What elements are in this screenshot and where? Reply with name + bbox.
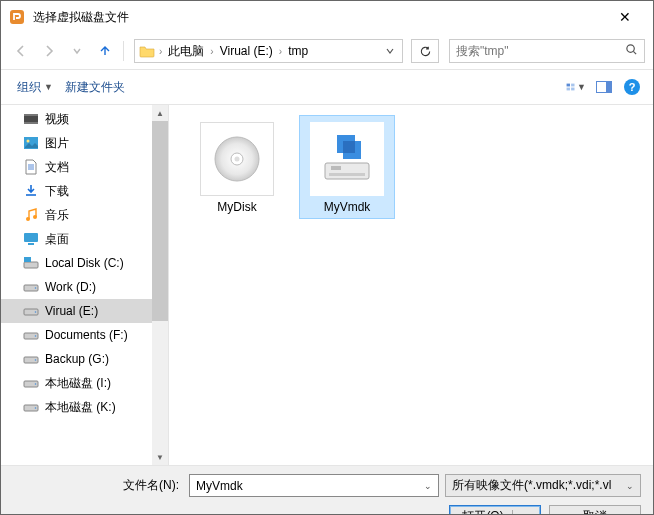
bottom-panel: 文件名(N): MyVmdk ⌄ 所有映像文件(*.vmdk;*.vdi;*.v…	[1, 465, 653, 515]
back-button[interactable]	[9, 39, 33, 63]
disk-icon	[23, 279, 39, 295]
svg-rect-16	[28, 243, 34, 245]
tree-item-label: 桌面	[45, 231, 69, 248]
tree-item-label: 音乐	[45, 207, 69, 224]
tree-item[interactable]: 图片	[1, 131, 168, 155]
music-icon	[23, 207, 39, 223]
file-item[interactable]: MyVmdk	[299, 115, 395, 219]
organize-button[interactable]: 组织 ▼	[11, 75, 59, 100]
document-icon	[23, 159, 39, 175]
download-icon	[23, 183, 39, 199]
svg-rect-3	[571, 84, 574, 87]
breadcrumb-segment[interactable]: 此电脑	[164, 43, 208, 60]
tree-item-label: 下载	[45, 183, 69, 200]
tree-item[interactable]: Virual (E:)	[1, 299, 168, 323]
chevron-right-icon[interactable]: ›	[277, 46, 284, 57]
filter-text: 所有映像文件(*.vmdk;*.vdi;*.vl	[452, 477, 611, 494]
scroll-down-button[interactable]: ▼	[152, 449, 168, 465]
filetype-filter[interactable]: 所有映像文件(*.vmdk;*.vdi;*.vl ⌄	[445, 474, 641, 497]
tree-item[interactable]: 本地磁盘 (I:)	[1, 371, 168, 395]
dialog-title: 选择虚拟磁盘文件	[33, 9, 605, 26]
filename-label: 文件名(N):	[13, 477, 183, 494]
chevron-right-icon[interactable]: ›	[208, 46, 215, 57]
breadcrumb-segment[interactable]: Virual (E:)	[216, 44, 277, 58]
view-mode-button[interactable]: ▼	[565, 76, 587, 98]
chevron-down-icon: ▼	[577, 82, 586, 92]
chevron-down-icon: ▼	[44, 82, 53, 92]
filename-value: MyVmdk	[196, 479, 243, 493]
disk-icon	[23, 303, 39, 319]
tree-item-label: Local Disk (C:)	[45, 256, 124, 270]
tree-item[interactable]: 本地磁盘 (K:)	[1, 395, 168, 419]
up-button[interactable]	[93, 39, 117, 63]
preview-pane-button[interactable]	[593, 76, 615, 98]
svg-point-26	[35, 359, 37, 361]
tree-item[interactable]: 文档	[1, 155, 168, 179]
tree-item[interactable]: 下载	[1, 179, 168, 203]
close-button[interactable]: ✕	[605, 9, 645, 25]
nav-tree: 视频图片文档下载音乐桌面Local Disk (C:)Work (D:)Viru…	[1, 105, 169, 465]
svg-rect-36	[331, 166, 341, 170]
forward-button[interactable]	[37, 39, 61, 63]
search-placeholder: 搜索"tmp"	[456, 43, 625, 60]
svg-rect-39	[343, 141, 355, 153]
chevron-down-icon[interactable]: ▼	[519, 512, 528, 516]
tree-item-label: 视频	[45, 111, 69, 128]
scroll-track[interactable]	[152, 321, 168, 449]
breadcrumb-dropdown[interactable]	[380, 44, 400, 58]
tree-item[interactable]: Documents (F:)	[1, 323, 168, 347]
disk-icon	[23, 351, 39, 367]
file-list[interactable]: MyDiskMyVmdk	[169, 105, 653, 465]
search-icon	[625, 43, 638, 59]
svg-point-30	[35, 407, 37, 409]
new-folder-button[interactable]: 新建文件夹	[59, 75, 131, 100]
main-area: 视频图片文档下载音乐桌面Local Disk (C:)Work (D:)Viru…	[1, 105, 653, 465]
tree-item[interactable]: 音乐	[1, 203, 168, 227]
tree-item[interactable]: 桌面	[1, 227, 168, 251]
folder-icon	[137, 41, 157, 61]
tree-item-label: 本地磁盘 (I:)	[45, 375, 111, 392]
svg-point-1	[627, 45, 634, 52]
svg-point-14	[33, 215, 37, 219]
separator	[123, 41, 124, 61]
disc-icon	[200, 122, 274, 196]
breadcrumb[interactable]: › 此电脑 › Virual (E:) › tmp	[134, 39, 403, 63]
svg-rect-18	[24, 257, 31, 262]
svg-point-20	[35, 287, 37, 289]
tree-item[interactable]: Backup (G:)	[1, 347, 168, 371]
video-icon	[23, 111, 39, 127]
chevron-right-icon[interactable]: ›	[157, 46, 164, 57]
svg-rect-7	[606, 82, 611, 92]
svg-rect-10	[24, 122, 38, 124]
disk-icon	[23, 399, 39, 415]
tree-item[interactable]: 视频	[1, 107, 168, 131]
refresh-button[interactable]	[411, 39, 439, 63]
svg-point-24	[35, 335, 37, 337]
tree-item[interactable]: Work (D:)	[1, 275, 168, 299]
titlebar: 选择虚拟磁盘文件 ✕	[1, 1, 653, 33]
chevron-down-icon[interactable]: ⌄	[626, 481, 634, 491]
vmdk-icon	[310, 122, 384, 196]
svg-rect-34	[325, 163, 369, 179]
scroll-up-button[interactable]: ▲	[152, 105, 168, 121]
tree-item[interactable]: Local Disk (C:)	[1, 251, 168, 275]
breadcrumb-segment[interactable]: tmp	[284, 44, 312, 58]
file-item[interactable]: MyDisk	[189, 115, 285, 219]
recent-dropdown[interactable]	[65, 39, 89, 63]
scroll-thumb[interactable]	[152, 121, 168, 321]
chevron-down-icon[interactable]: ⌄	[424, 481, 432, 491]
search-input[interactable]: 搜索"tmp"	[449, 39, 645, 63]
help-button[interactable]: ?	[621, 76, 643, 98]
svg-point-28	[35, 383, 37, 385]
scrollbar[interactable]: ▲ ▼	[152, 105, 168, 465]
disk-icon	[23, 375, 39, 391]
open-button[interactable]: 打开(O) ▼	[449, 505, 541, 515]
svg-point-33	[235, 157, 240, 162]
cancel-button[interactable]: 取消	[549, 505, 641, 515]
filename-input[interactable]: MyVmdk ⌄	[189, 474, 439, 497]
tree-item-label: Work (D:)	[45, 280, 96, 294]
svg-point-13	[26, 217, 30, 221]
tree-item-label: Backup (G:)	[45, 352, 109, 366]
file-label: MyVmdk	[324, 200, 371, 214]
tree-item-label: Documents (F:)	[45, 328, 128, 342]
